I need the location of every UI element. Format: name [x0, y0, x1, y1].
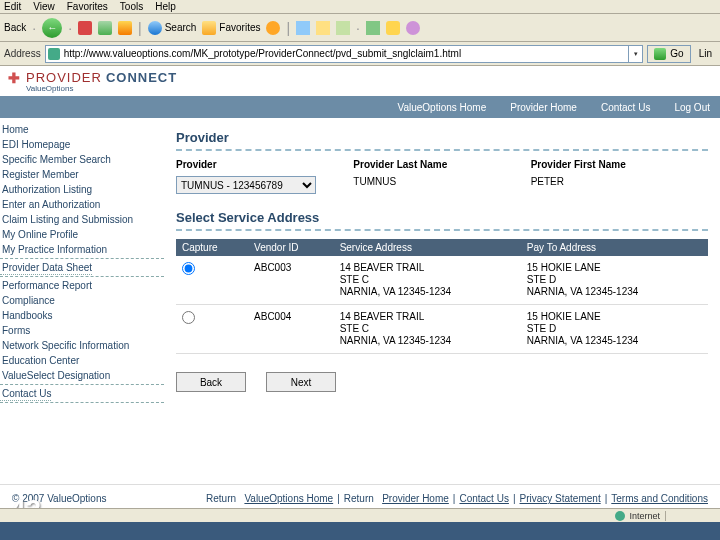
footer-terms[interactable]: Terms and Conditions	[611, 493, 708, 504]
mail-icon[interactable]	[296, 21, 310, 35]
next-button[interactable]: Next	[266, 372, 336, 392]
search-icon	[148, 21, 162, 35]
star-icon	[202, 21, 216, 35]
sidebar-item-forms[interactable]: Forms	[0, 323, 168, 338]
taskbar	[0, 522, 720, 540]
sidebar-item-claim[interactable]: Claim Listing and Submission	[0, 212, 168, 227]
th-capture: Capture	[176, 239, 248, 256]
links-label[interactable]: Lin	[695, 48, 716, 59]
print-icon[interactable]	[316, 21, 330, 35]
search-button[interactable]: Search	[148, 21, 197, 35]
back-button[interactable]: Back	[4, 22, 26, 33]
sidebar-item-register[interactable]: Register Member	[0, 167, 168, 182]
cell-service: 14 BEAVER TRAIL STE C NARNIA, VA 12345-1…	[334, 256, 521, 305]
footer-return-ph[interactable]: Return Provider Home	[344, 493, 449, 504]
ie-toolbar: Back · ← · | Search Favorites | ·	[0, 14, 720, 42]
th-service: Service Address	[334, 239, 521, 256]
cell-vendor: ABC003	[248, 256, 334, 305]
messenger-icon[interactable]	[406, 21, 420, 35]
ie-menubar: Edit View Favorites Tools Help	[0, 0, 720, 14]
table-row: ABC003 14 BEAVER TRAIL STE C NARNIA, VA …	[176, 256, 708, 305]
favorites-button[interactable]: Favorites	[202, 21, 260, 35]
stop-icon[interactable]	[78, 21, 92, 35]
menu-tools[interactable]: Tools	[120, 1, 143, 12]
separator-icon: ·	[356, 20, 360, 36]
address-dropdown-icon[interactable]: ▾	[628, 46, 642, 62]
value-lastname: TUMNUS	[353, 176, 396, 187]
plus-icon: ✚	[6, 70, 22, 86]
value-firstname: PETER	[531, 176, 564, 187]
sidebar-item-education[interactable]: Education Center	[0, 353, 168, 368]
top-nav: ValueOptions Home Provider Home Contact …	[0, 96, 720, 118]
heading-address: Select Service Address	[176, 204, 708, 229]
history-icon[interactable]	[266, 21, 280, 35]
globe-icon	[615, 511, 625, 521]
refresh-icon[interactable]	[98, 21, 112, 35]
sidebar-item-netinfo[interactable]: Network Specific Information	[0, 338, 168, 353]
sidebar-item-practice[interactable]: My Practice Information	[0, 242, 168, 257]
ie-addressbar: Address http://www.valueoptions.com/MK_p…	[0, 42, 720, 66]
menu-help[interactable]: Help	[155, 1, 176, 12]
nav-contact[interactable]: Contact Us	[601, 102, 650, 113]
sidebar-item-perf[interactable]: Performance Report	[0, 278, 168, 293]
capture-radio[interactable]	[182, 262, 195, 275]
nav-provider-home[interactable]: Provider Home	[510, 102, 577, 113]
edit-icon[interactable]	[336, 21, 350, 35]
sidebar-item-valueselect[interactable]: ValueSelect Designation	[0, 368, 168, 383]
table-row: ABC004 14 BEAVER TRAIL STE C NARNIA, VA …	[176, 305, 708, 354]
th-vendor: Vendor ID	[248, 239, 334, 256]
cell-service: 14 BEAVER TRAIL STE C NARNIA, VA 12345-1…	[334, 305, 521, 354]
menu-favorites[interactable]: Favorites	[67, 1, 108, 12]
sidebar-item-edi[interactable]: EDI Homepage	[0, 137, 168, 152]
sidebar-item-member-search[interactable]: Specific Member Search	[0, 152, 168, 167]
capture-radio[interactable]	[182, 311, 195, 324]
back-icon[interactable]: ←	[42, 18, 62, 38]
footer-privacy[interactable]: Privacy Statement	[520, 493, 601, 504]
label-firstname: Provider First Name	[531, 159, 708, 170]
home-icon[interactable]	[118, 21, 132, 35]
label-lastname: Provider Last Name	[353, 159, 530, 170]
th-payto: Pay To Address	[521, 239, 708, 256]
sidebar-item-enter-auth[interactable]: Enter an Authorization	[0, 197, 168, 212]
back-button[interactable]: Back	[176, 372, 246, 392]
sidebar-item-home[interactable]: Home	[0, 122, 168, 137]
links-icon[interactable]	[386, 21, 400, 35]
cell-payto: 15 HOKIE LANE STE D NARNIA, VA 12345-123…	[521, 256, 708, 305]
separator-icon: |	[286, 20, 290, 36]
footer-contact[interactable]: Contact Us	[459, 493, 508, 504]
cell-vendor: ABC004	[248, 305, 334, 354]
address-field[interactable]: http://www.valueoptions.com/MK_prototype…	[45, 45, 644, 63]
status-bar: Internet	[0, 508, 720, 522]
menu-edit[interactable]: Edit	[4, 1, 21, 12]
sidebar-item-profile[interactable]: My Online Profile	[0, 227, 168, 242]
label-provider: Provider	[176, 159, 353, 170]
service-table: Capture Vendor ID Service Address Pay To…	[176, 239, 708, 354]
separator-icon: |	[138, 20, 142, 36]
separator-icon: ·	[32, 20, 36, 36]
sidebar-item-compliance[interactable]: Compliance	[0, 293, 168, 308]
go-button[interactable]: Go	[647, 45, 690, 63]
separator-icon: ·	[68, 20, 72, 36]
heading-provider: Provider	[176, 124, 708, 149]
cell-payto: 15 HOKIE LANE STE D NARNIA, VA 12345-123…	[521, 305, 708, 354]
sidebar-item-auth-list[interactable]: Authorization Listing	[0, 182, 168, 197]
nav-logout[interactable]: Log Out	[674, 102, 710, 113]
sidebar-item-handbooks[interactable]: Handbooks	[0, 308, 168, 323]
go-icon[interactable]	[366, 21, 380, 35]
menu-view[interactable]: View	[33, 1, 55, 12]
logo-row: ✚ PROVIDERCONNECT ValueOptions	[0, 66, 720, 96]
content: Provider Provider Provider Last Name Pro…	[170, 118, 720, 478]
provider-select[interactable]: TUMNUS - 123456789	[176, 176, 316, 194]
footer-return-vo[interactable]: Return ValueOptions Home	[206, 493, 333, 504]
address-label: Address	[4, 48, 41, 59]
nav-valueoptions-home[interactable]: ValueOptions Home	[397, 102, 486, 113]
sidebar: Home EDI Homepage Specific Member Search…	[0, 118, 170, 478]
sidebar-item-datasheet[interactable]: Provider Data Sheet	[0, 260, 92, 275]
sidebar-item-contact[interactable]: Contact Us	[0, 386, 51, 401]
